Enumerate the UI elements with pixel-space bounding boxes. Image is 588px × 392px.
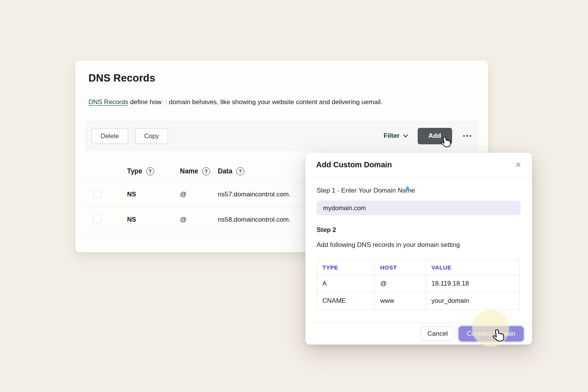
ellipsis-icon — [463, 135, 465, 137]
column-header-type: TYPE — [317, 260, 375, 275]
help-icon[interactable]: ? — [146, 167, 154, 175]
render-artifact: -) — [163, 99, 167, 105]
dns-description: DNS Records define how -) domain behaves… — [88, 98, 382, 106]
cell-host: @ — [375, 275, 426, 292]
column-header-value: VALUE — [426, 260, 520, 275]
close-icon[interactable]: ✕ — [515, 161, 521, 168]
instructions-header-row: TYPE HOST VALUE — [317, 260, 520, 275]
add-custom-domain-modal: Add Custom Domain ✕ Step 1 - Enter Your … — [305, 153, 532, 345]
description-text-1: define how — [130, 98, 162, 106]
cell-type: CNAME — [317, 292, 375, 310]
dns-instructions-table: TYPE HOST VALUE A @ 18.119.18.18 CNAME w… — [317, 260, 520, 310]
cell-type: NS — [127, 191, 180, 198]
filter-dropdown[interactable]: Filter — [384, 132, 407, 140]
cell-name: @ — [180, 191, 218, 198]
cell-type: A — [317, 275, 375, 292]
filter-label: Filter — [384, 132, 400, 140]
modal-title: Add Custom Domain — [316, 160, 392, 169]
page: DNS Records DNS Records define how -) do… — [0, 0, 588, 392]
connect-domain-button[interactable]: Connect Domain — [459, 326, 524, 341]
copy-button[interactable]: Copy — [135, 128, 168, 144]
column-header-name: Name ? — [180, 167, 218, 175]
cell-value: your_domain — [426, 292, 520, 310]
row-checkbox[interactable] — [93, 215, 101, 223]
cell-type: NS — [127, 216, 180, 224]
cell-value: 18.119.18.18 — [426, 275, 520, 292]
column-header-host: HOST — [375, 260, 426, 275]
row-checkbox[interactable] — [93, 189, 101, 198]
cell-name: @ — [180, 216, 218, 224]
add-button[interactable]: Add — [418, 128, 452, 144]
cell-host: www — [375, 292, 426, 310]
step2-label: Step 2 — [317, 226, 336, 234]
description-text-2: domain behaves, like showing your websit… — [169, 98, 382, 106]
dns-records-link[interactable]: DNS Records — [88, 98, 128, 106]
help-icon[interactable]: ? — [202, 167, 210, 175]
table-row: A @ 18.119.18.18 — [317, 275, 520, 292]
cancel-button[interactable]: Cancel — [420, 327, 455, 341]
delete-button[interactable]: Delete — [91, 128, 128, 144]
page-title: DNS Records — [88, 72, 155, 84]
step1-label: Step 1 - Enter Your Domain Name — [317, 187, 415, 194]
more-options-button[interactable] — [462, 133, 472, 139]
column-header-type: Type ? — [127, 167, 180, 175]
chevron-down-icon — [403, 132, 408, 137]
modal-footer: Cancel Connect Domain — [305, 322, 532, 345]
modal-header: Add Custom Domain ✕ — [305, 153, 532, 177]
help-icon[interactable]: ? — [236, 167, 244, 175]
table-row: CNAME www your_domain — [317, 292, 520, 310]
domain-input[interactable] — [317, 201, 521, 215]
step2-description: Add following DNS records in your domain… — [317, 241, 460, 249]
table-toolbar: Delete Copy Filter Add — [85, 121, 479, 151]
